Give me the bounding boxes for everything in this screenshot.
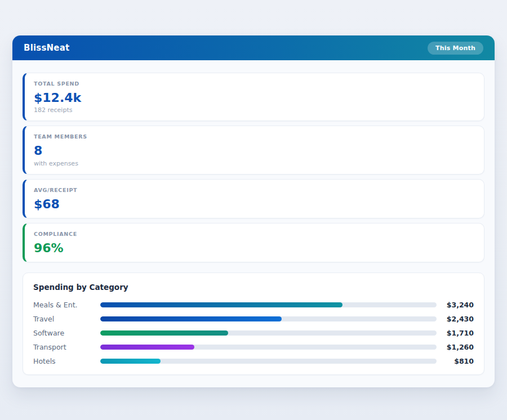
bar-track bbox=[100, 330, 437, 336]
stat-card: AVG/RECEIPT $68 bbox=[23, 179, 484, 218]
chart-rows: Meals & Ent. $3,240 Travel $2,430 Softwa… bbox=[33, 300, 474, 366]
stat-value: $68 bbox=[34, 197, 475, 211]
dashboard-card: BlissNeat This Month TOTAL SPEND $12.4k … bbox=[12, 35, 495, 387]
bar-fill bbox=[100, 302, 343, 307]
category-label: Hotels bbox=[33, 357, 100, 365]
stat-value: 8 bbox=[34, 144, 475, 158]
bar-fill bbox=[100, 345, 194, 350]
bar-track bbox=[100, 302, 437, 307]
stat-label: COMPLIANCE bbox=[34, 231, 475, 237]
category-label: Travel bbox=[33, 315, 100, 323]
bar-track bbox=[100, 359, 437, 364]
stat-label: TEAM MEMBERS bbox=[34, 133, 475, 140]
chart-row: Travel $2,430 bbox=[33, 314, 474, 324]
chart-row: Transport $1,260 bbox=[33, 342, 474, 352]
bar-fill bbox=[100, 316, 282, 321]
dashboard-content: TOTAL SPEND $12.4k 182 receipts TEAM MEM… bbox=[12, 60, 495, 387]
category-value: $3,240 bbox=[442, 301, 474, 309]
stat-card: TEAM MEMBERS 8 with expenses bbox=[23, 126, 484, 174]
category-label: Transport bbox=[33, 343, 100, 351]
stat-value: $12.4k bbox=[34, 91, 475, 105]
stat-label: AVG/RECEIPT bbox=[34, 187, 475, 193]
stat-subtext: 182 receipts bbox=[34, 106, 475, 114]
stat-card: COMPLIANCE 96% bbox=[23, 223, 484, 262]
category-label: Meals & Ent. bbox=[33, 301, 100, 309]
stat-value: 96% bbox=[34, 241, 475, 255]
spending-by-category-card: Spending by Category Meals & Ent. $3,240… bbox=[23, 272, 484, 375]
category-value: $1,710 bbox=[442, 329, 474, 337]
app-header: BlissNeat This Month bbox=[12, 35, 495, 60]
stats-list: TOTAL SPEND $12.4k 182 receipts TEAM MEM… bbox=[23, 73, 484, 262]
chart-row: Meals & Ent. $3,240 bbox=[33, 300, 474, 310]
category-value: $1,260 bbox=[442, 343, 474, 351]
category-value: $2,430 bbox=[442, 315, 474, 323]
category-label: Software bbox=[33, 329, 100, 337]
stat-label: TOTAL SPEND bbox=[34, 81, 475, 87]
page-background: { "app": { "title": "BlissNeat", "period… bbox=[0, 0, 507, 420]
stat-card: TOTAL SPEND $12.4k 182 receipts bbox=[23, 73, 484, 121]
bar-track bbox=[100, 345, 437, 350]
app-title: BlissNeat bbox=[24, 43, 69, 53]
stat-subtext: with expenses bbox=[34, 160, 475, 167]
chart-row: Hotels $810 bbox=[33, 356, 474, 366]
chart-title: Spending by Category bbox=[33, 283, 474, 292]
period-badge[interactable]: This Month bbox=[428, 42, 483, 55]
bar-fill bbox=[100, 330, 228, 336]
bar-fill bbox=[100, 359, 161, 364]
bar-track bbox=[100, 316, 437, 321]
chart-row: Software $1,710 bbox=[33, 328, 474, 338]
category-value: $810 bbox=[442, 357, 474, 365]
